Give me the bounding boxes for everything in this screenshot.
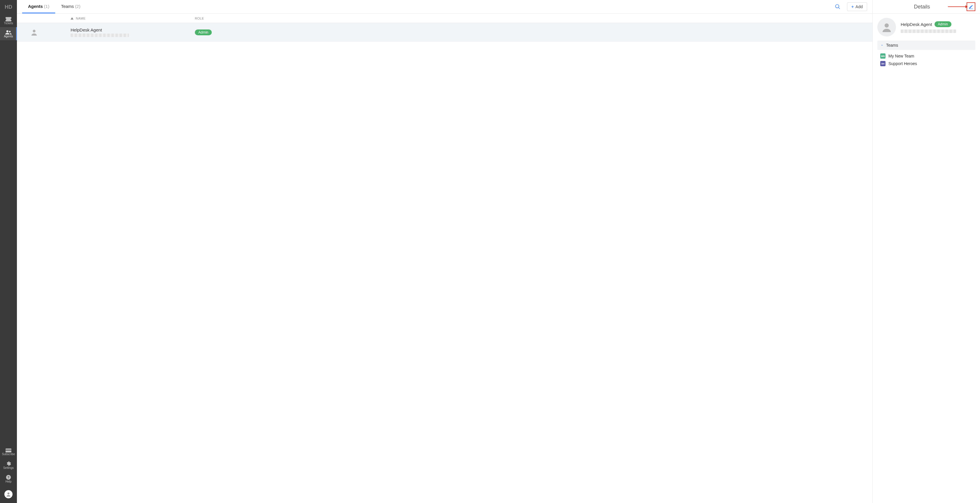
gear-icon (6, 461, 11, 466)
agent-meta: HelpDesk Agent Admin (900, 21, 975, 33)
person-icon (882, 22, 892, 32)
teams-section-header[interactable]: Teams (877, 41, 975, 50)
details-header: Details (873, 0, 980, 14)
tab-count: (1) (44, 4, 49, 9)
svg-point-9 (885, 23, 889, 27)
sidebar-item-subscribe[interactable]: Subscribe (0, 446, 17, 458)
person-icon (31, 29, 37, 36)
sidebar-item-tickets[interactable]: Tickets (0, 14, 17, 27)
table-header: NAME ROLE (17, 14, 872, 23)
ticket-icon (6, 17, 11, 22)
help-icon: ? (6, 475, 11, 480)
column-label: NAME (76, 17, 86, 20)
add-button-label: Add (856, 5, 863, 9)
plus-icon: + (851, 5, 854, 9)
teams-list: MN My New Team SH Support Heroes (873, 50, 980, 70)
tab-label: Teams (61, 4, 74, 9)
details-panel: Details HelpDesk Agent Admin Teams (873, 0, 980, 503)
details-title: Details (877, 4, 967, 10)
row-avatar (17, 29, 51, 36)
svg-point-7 (33, 29, 35, 32)
search-icon (835, 4, 841, 10)
search-button[interactable] (832, 2, 843, 12)
tab-count: (2) (75, 4, 80, 9)
table-row[interactable]: HelpDesk Agent Admin (17, 23, 872, 42)
people-icon (5, 30, 12, 35)
content-pane: Agents (1) Teams (2) + Add N (17, 0, 873, 503)
sidebar-item-agents[interactable]: Agents (0, 27, 17, 40)
agent-summary: HelpDesk Agent Admin (873, 14, 980, 41)
svg-rect-3 (6, 450, 11, 451)
edit-button[interactable] (967, 2, 975, 11)
tab-agents[interactable]: Agents (1) (22, 0, 55, 13)
tabs-bar: Agents (1) Teams (2) + Add (17, 0, 872, 14)
sidebar-item-label: Tickets (4, 22, 13, 25)
team-name: Support Heroes (888, 61, 917, 66)
agent-name: HelpDesk Agent (900, 22, 932, 27)
sidebar-item-settings[interactable]: Settings (0, 458, 17, 472)
team-item[interactable]: MN My New Team (877, 52, 975, 60)
column-header-role[interactable]: ROLE (195, 17, 872, 20)
row-name-cell: HelpDesk Agent (51, 27, 195, 37)
sidebar-item-label: Settings (3, 466, 14, 470)
person-icon (6, 492, 11, 497)
row-role-cell: Admin (195, 29, 872, 35)
chevron-down-icon (880, 43, 884, 47)
main-area: Agents (1) Teams (2) + Add N (17, 0, 980, 503)
agent-email-redacted (900, 29, 956, 33)
team-item[interactable]: SH Support Heroes (877, 60, 975, 67)
agent-avatar (877, 18, 896, 37)
pencil-icon (969, 5, 973, 9)
svg-point-6 (8, 492, 10, 495)
team-name: My New Team (888, 54, 914, 58)
sort-asc-icon (71, 17, 73, 20)
sidebar-item-label: Help (6, 480, 12, 483)
tab-label: Agents (28, 4, 43, 9)
column-header-name[interactable]: NAME (51, 17, 195, 20)
svg-text:?: ? (8, 476, 10, 479)
add-button[interactable]: + Add (847, 2, 867, 11)
card-icon (6, 449, 11, 452)
sidebar-item-help[interactable]: ? Help (0, 472, 17, 485)
tab-teams[interactable]: Teams (2) (55, 0, 86, 13)
agent-name: HelpDesk Agent (71, 27, 195, 32)
profile-avatar[interactable] (5, 490, 13, 498)
sidebar-item-label: Agents (4, 35, 13, 38)
left-sidebar: HD Tickets Agents Subscribe Settings ? H… (0, 0, 17, 503)
svg-point-1 (9, 31, 11, 33)
svg-rect-8 (969, 9, 973, 9)
column-label: ROLE (195, 17, 204, 20)
team-chip: MN (880, 53, 886, 59)
role-badge: Admin (934, 21, 951, 27)
svg-point-0 (6, 30, 8, 32)
teams-section-label: Teams (886, 43, 898, 48)
brand-logo: HD (0, 0, 17, 14)
agent-email-redacted (71, 33, 129, 37)
role-badge: Admin (195, 29, 212, 35)
sidebar-item-label: Subscribe (2, 452, 15, 456)
team-chip: SH (880, 61, 886, 66)
